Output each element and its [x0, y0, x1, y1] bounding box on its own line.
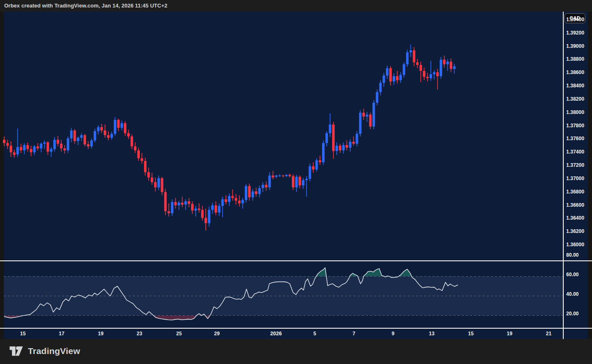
- time-axis-label: 15: [20, 329, 25, 339]
- price-axis-label: 1.37400: [566, 149, 584, 155]
- price-axis-label: 1.38000: [566, 109, 584, 115]
- price-axis-label: 1.36000: [566, 242, 584, 248]
- chart-watermark-bar: Orbex created with TradingView.com, Jan …: [0, 0, 592, 12]
- price-axis-label: 1.38400: [566, 83, 584, 89]
- time-axis-label: 5: [313, 329, 316, 339]
- price-axis-label: 1.36600: [566, 202, 584, 208]
- time-axis-label: 19: [98, 329, 103, 339]
- trading-chart-window: Orbex created with TradingView.com, Jan …: [0, 0, 592, 364]
- price-axis-label: 1.37600: [566, 136, 584, 141]
- tradingview-logo-icon: [9, 345, 23, 357]
- time-axis-label: 15: [468, 329, 473, 339]
- candlestick-chart[interactable]: [0, 12, 592, 339]
- price-axis-label: 1.36400: [566, 215, 584, 221]
- price-axis-label: 1.36200: [566, 228, 584, 234]
- tradingview-logo[interactable]: TradingView: [9, 345, 80, 357]
- bottom-bar: TradingView: [0, 339, 592, 364]
- price-axis[interactable]: CAD 1.394001.392001.390001.388001.386001…: [564, 12, 588, 328]
- price-axis-label: 1.37200: [566, 162, 584, 168]
- time-axis-label: 21: [546, 329, 551, 339]
- indicator-axis-label: 60.00: [566, 272, 579, 277]
- indicator-axis-label: 40.00: [566, 291, 579, 297]
- tradingview-logo-text: TradingView: [28, 346, 80, 356]
- time-axis-label: 29: [214, 329, 219, 339]
- price-axis-label: 1.39200: [566, 30, 584, 36]
- time-axis-label: 2026: [270, 329, 282, 339]
- time-axis-label: 7: [353, 329, 356, 339]
- chart-watermark-title: Orbex created with TradingView.com, Jan …: [4, 2, 167, 9]
- price-axis-label: 1.39000: [566, 43, 584, 49]
- indicator-axis-label: 80.00: [566, 252, 579, 258]
- price-axis-label: 1.37800: [566, 123, 584, 129]
- chart-region[interactable]: CAD 1.394001.392001.390001.388001.386001…: [0, 12, 592, 339]
- time-axis[interactable]: 151719232529202657913151921: [0, 329, 563, 339]
- indicator-axis-label: 20.00: [566, 311, 579, 317]
- time-axis-label: 17: [59, 329, 64, 339]
- time-axis-label: 19: [507, 329, 512, 339]
- price-axis-label: 1.36800: [566, 189, 584, 195]
- pane-separator[interactable]: [0, 260, 592, 261]
- time-axis-label: 13: [429, 329, 434, 339]
- price-axis-label: 1.38600: [566, 69, 584, 75]
- price-axis-label: 1.37000: [566, 176, 584, 181]
- price-axis-label: 1.39400: [566, 17, 584, 22]
- price-axis-label: 1.38800: [566, 56, 584, 62]
- time-axis-label: 25: [176, 329, 182, 339]
- price-axis-label: 1.38200: [566, 96, 584, 102]
- time-axis-label: 23: [137, 329, 142, 339]
- time-axis-label: 9: [392, 329, 395, 339]
